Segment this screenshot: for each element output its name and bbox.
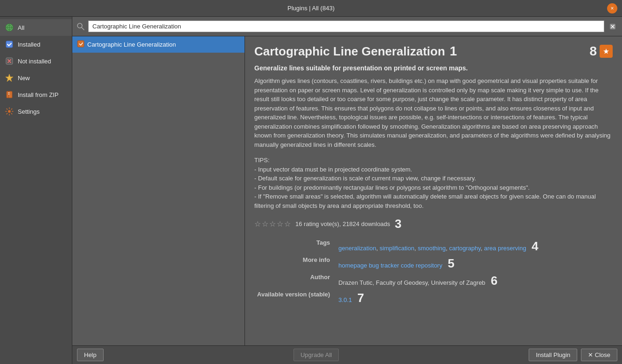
plugin-header-icon-box[interactable] [600, 45, 613, 58]
version-value: 3.0.1 7 [335, 289, 613, 307]
plugin-detail-header: Cartographic Line Generalization 1 8 [254, 44, 613, 59]
help-button[interactable]: Help [77, 349, 104, 361]
author-badge: 6 [491, 274, 497, 288]
star-3: ☆ [269, 220, 276, 228]
search-bar [72, 17, 622, 36]
star-1: ☆ [254, 220, 261, 228]
install-plugin-button[interactable]: Install Plugin [529, 349, 577, 361]
more-info-row: More info homepage bug tracker code repo… [254, 255, 613, 272]
bottom-bar-left: Help [77, 349, 104, 361]
version-row: Available version (stable) 3.0.1 7 [254, 289, 613, 307]
upgrade-all-button[interactable]: Upgrade All [294, 349, 339, 361]
title-bar: Plugins | All (843) × [0, 0, 622, 17]
sidebar-item-new[interactable]: New [0, 69, 72, 86]
bottom-bar-center: Upgrade All [294, 349, 339, 361]
plugin-list-item[interactable]: Cartographic Line Generalization [72, 36, 245, 53]
sidebar: All Installed Not installed New Install … [0, 17, 72, 364]
tag-area-preserving[interactable]: area preserving [484, 245, 526, 252]
content-area: Cartographic Line Generalization Cartogr… [72, 36, 622, 345]
version-label: Available version (stable) [254, 289, 335, 307]
close-button[interactable]: ✕ Close [581, 349, 617, 361]
plugin-stats: ☆ ☆ ☆ ☆ ☆ 16 rating vote(s), 21824 downl… [254, 217, 613, 231]
plugin-description: Algorithm gives lines (contours, coastli… [254, 76, 613, 149]
tags-badge: 4 [531, 239, 538, 253]
more-info-links: homepage bug tracker code repository 5 [335, 255, 613, 272]
all-icon [5, 23, 14, 32]
search-clear-button[interactable] [608, 22, 617, 31]
plugin-list: Cartographic Line Generalization [72, 36, 245, 345]
tags-row: Tags generalization, simplification, smo… [254, 238, 613, 255]
not-installed-icon [5, 56, 14, 66]
star-4: ☆ [277, 220, 283, 228]
sidebar-item-install-zip-label: Install from ZIP [18, 91, 58, 98]
more-info-label: More info [254, 255, 335, 272]
search-icon [77, 23, 84, 30]
settings-icon [5, 107, 14, 116]
title-bar-text: Plugins | All (843) [287, 5, 335, 12]
plugin-stats-text: 16 rating vote(s), 21824 downloads [295, 220, 390, 227]
svg-marker-6 [6, 74, 13, 82]
version-badge: 7 [357, 291, 364, 305]
main-layout: All Installed Not installed New Install … [0, 17, 622, 364]
sidebar-item-not-installed-label: Not installed [18, 58, 51, 65]
sidebar-item-installed[interactable]: Installed [0, 36, 72, 53]
new-icon [5, 73, 14, 82]
sidebar-item-all-label: All [18, 24, 24, 31]
sidebar-item-install-from-zip[interactable]: Install from ZIP [0, 86, 72, 103]
plugin-list-item-icon [77, 40, 84, 49]
author-value: Drazen Tutic, Faculty of Geodesy, Univer… [335, 272, 613, 289]
tags-values: generalization, simplification, smoothin… [335, 238, 613, 255]
tag-generalization[interactable]: generalization [338, 245, 376, 252]
right-panel: Cartographic Line Generalization Cartogr… [72, 17, 622, 364]
svg-rect-7 [7, 91, 12, 98]
bottom-bar: Help Upgrade All Install Plugin ✕ Close [72, 345, 622, 364]
close-window-button[interactable]: × [607, 3, 617, 14]
star-rating: ☆ ☆ ☆ ☆ ☆ [254, 220, 291, 228]
tag-simplification[interactable]: simplification [380, 245, 414, 252]
plugin-tips: TIPS: - Input vector data must be in pro… [254, 156, 613, 210]
sidebar-item-settings-label: Settings [18, 108, 40, 115]
info-table: Tags generalization, simplification, smo… [254, 238, 613, 307]
plugin-detail: Cartographic Line Generalization 1 8 Gen… [245, 36, 622, 345]
plugin-version-badge: 1 [450, 44, 457, 59]
installed-icon [5, 40, 14, 49]
code-repository-link[interactable]: code repository [401, 262, 442, 269]
tags-label: Tags [254, 238, 335, 255]
svg-point-11 [8, 110, 11, 113]
plugin-list-item-label: Cartographic Line Generalization [87, 41, 176, 48]
star-5: ☆ [284, 220, 291, 228]
sidebar-item-not-installed[interactable]: Not installed [0, 53, 72, 69]
sidebar-item-all[interactable]: All [0, 19, 72, 36]
author-row: Author Drazen Tutic, Faculty of Geodesy,… [254, 272, 613, 289]
plugin-header-badge-num: 8 [589, 44, 597, 59]
bug-tracker-link[interactable]: bug tracker [369, 262, 399, 269]
svg-rect-17 [77, 41, 84, 47]
plugin-header-icons: 8 [589, 44, 613, 59]
plugin-title-row: Cartographic Line Generalization 1 [254, 44, 457, 59]
sidebar-item-settings[interactable]: Settings [0, 103, 72, 120]
plugin-name: Cartographic Line Generalization [254, 44, 445, 59]
author-label: Author [254, 272, 335, 289]
version-link[interactable]: 3.0.1 [338, 296, 352, 303]
plugin-stats-badge: 3 [395, 217, 401, 231]
plugin-subtitle: Generalize lines suitable for presentati… [254, 64, 613, 72]
install-zip-icon [5, 90, 14, 99]
tag-cartography[interactable]: cartography [449, 245, 481, 252]
tag-smoothing[interactable]: smoothing [418, 245, 446, 252]
sidebar-item-installed-label: Installed [18, 41, 40, 48]
search-input[interactable] [88, 21, 604, 32]
star-2: ☆ [262, 220, 268, 228]
bottom-bar-right: Install Plugin ✕ Close [529, 349, 617, 361]
sidebar-item-new-label: New [18, 75, 30, 82]
svg-line-13 [82, 27, 84, 30]
more-info-badge: 5 [448, 256, 454, 270]
homepage-link[interactable]: homepage [338, 262, 367, 269]
